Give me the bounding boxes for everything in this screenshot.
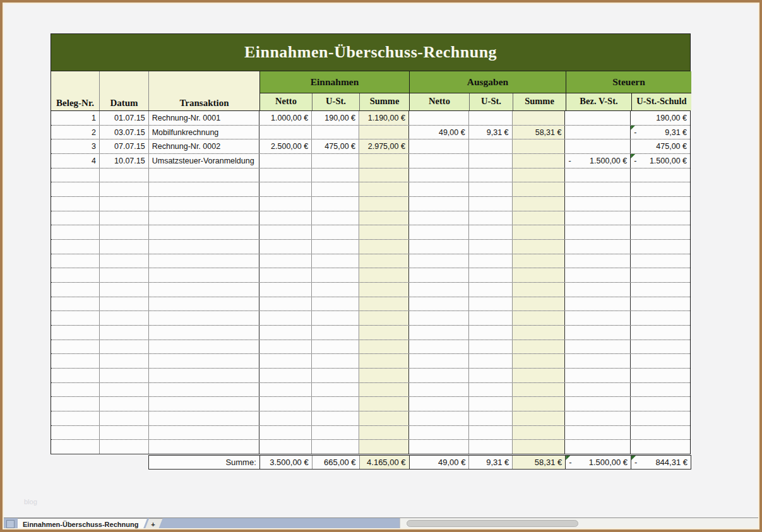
table-cell[interactable]: 190,00 € [312,111,359,125]
table-cell[interactable] [359,126,409,139]
table-cell[interactable] [513,111,566,125]
table-cell[interactable]: -1.500,00 € [631,154,690,168]
table-cell[interactable]: 9,31 € [469,456,513,469]
table-cell[interactable] [409,111,469,125]
table-cell[interactable] [100,268,149,282]
table-cell[interactable]: -1.500,00 € [566,456,631,469]
table-cell[interactable] [631,211,690,225]
table-cell[interactable] [631,411,690,425]
table-cell[interactable] [51,168,100,182]
table-cell[interactable]: 03.07.15 [100,126,149,139]
table-cell[interactable] [469,211,513,225]
table-cell[interactable] [149,326,260,340]
table-cell[interactable] [259,154,312,168]
table-cell[interactable] [259,411,312,425]
table-cell[interactable] [469,268,513,282]
table-cell[interactable]: Umsatzsteuer-Voranmeldung [149,154,260,168]
tab-scroll-box[interactable] [6,520,15,528]
table-cell[interactable] [100,426,149,440]
table-cell[interactable] [513,369,566,382]
table-cell[interactable] [312,383,359,397]
table-cell[interactable] [312,211,359,225]
col-header-ausgaben-netto[interactable]: Netto [410,93,470,110]
table-cell[interactable] [565,182,631,196]
table-cell[interactable] [513,426,566,440]
table-cell[interactable] [469,225,513,239]
table-cell[interactable]: 3 [51,139,100,153]
table-cell[interactable] [469,340,513,354]
table-cell[interactable] [51,411,100,425]
table-cell[interactable] [631,383,690,397]
table-cell[interactable] [359,240,409,254]
col-header-transaktion[interactable]: Transaktion [149,71,260,110]
table-cell[interactable] [565,383,631,397]
table-cell[interactable] [631,354,690,368]
table-cell[interactable] [565,340,631,354]
table-cell[interactable] [100,283,149,297]
table-cell[interactable] [312,283,359,297]
table-cell[interactable] [359,354,409,368]
table-cell[interactable] [631,297,690,311]
table-cell[interactable] [312,126,359,139]
table-cell[interactable] [359,254,409,268]
table-cell[interactable] [631,283,690,297]
col-header-einnahmen-summe[interactable]: Summe [360,93,410,110]
table-cell[interactable] [565,411,631,425]
table-cell[interactable] [312,297,359,311]
table-cell[interactable] [359,426,409,440]
table-cell[interactable]: -1.500,00 € [565,154,631,168]
table-cell[interactable] [100,383,149,397]
table-cell[interactable] [469,397,513,411]
table-cell[interactable] [565,426,631,440]
table-cell[interactable] [312,440,359,454]
table-cell[interactable] [149,397,260,411]
table-cell[interactable] [513,311,566,325]
table-cell[interactable] [513,139,566,153]
col-header-ausgaben-ust[interactable]: U-St. [470,93,513,110]
add-sheet-tab[interactable]: + [145,518,162,529]
table-cell[interactable] [100,254,149,268]
table-cell[interactable] [51,311,100,325]
col-header-ust-schuld[interactable]: U-St.-Schuld [632,93,691,110]
table-cell[interactable] [409,197,469,211]
table-cell[interactable] [513,340,566,354]
table-cell[interactable] [409,297,469,311]
table-cell[interactable] [312,168,359,182]
table-cell[interactable] [100,369,149,382]
table-cell[interactable] [51,225,100,239]
table-cell[interactable] [312,354,359,368]
table-cell[interactable] [631,340,690,354]
table-cell[interactable]: 2.975,00 € [359,139,409,153]
table-cell[interactable]: 01.07.15 [100,111,149,125]
table-cell[interactable] [409,139,469,153]
table-cell[interactable] [469,369,513,382]
table-cell[interactable] [312,225,359,239]
table-cell[interactable]: 2.500,00 € [259,139,312,153]
table-cell[interactable] [409,182,469,196]
table-cell[interactable] [259,440,312,454]
table-cell[interactable]: -9,31 € [631,126,690,139]
table-cell[interactable] [259,168,312,182]
sheet-tab-active[interactable]: Einnahmen-Überschuss-Rechnung [18,518,147,529]
group-header-ausgaben[interactable]: Ausgaben [410,71,566,93]
table-cell[interactable] [149,311,260,325]
table-cell[interactable]: 1 [51,111,100,125]
table-cell[interactable] [149,297,260,311]
table-cell[interactable] [100,397,149,411]
table-cell[interactable] [51,297,100,311]
col-header-datum[interactable]: Datum [100,71,149,110]
table-cell[interactable] [359,369,409,382]
table-cell[interactable] [100,225,149,239]
table-cell[interactable] [259,311,312,325]
table-cell[interactable] [359,268,409,282]
table-cell[interactable] [565,168,631,182]
table-cell[interactable] [100,354,149,368]
table-cell[interactable] [259,369,312,382]
table-cell[interactable]: 475,00 € [631,139,690,153]
table-cell[interactable] [469,254,513,268]
horizontal-scrollbar[interactable] [400,518,759,529]
table-cell[interactable] [149,383,260,397]
table-cell[interactable] [469,240,513,254]
table-cell[interactable] [565,254,631,268]
table-cell[interactable] [469,283,513,297]
